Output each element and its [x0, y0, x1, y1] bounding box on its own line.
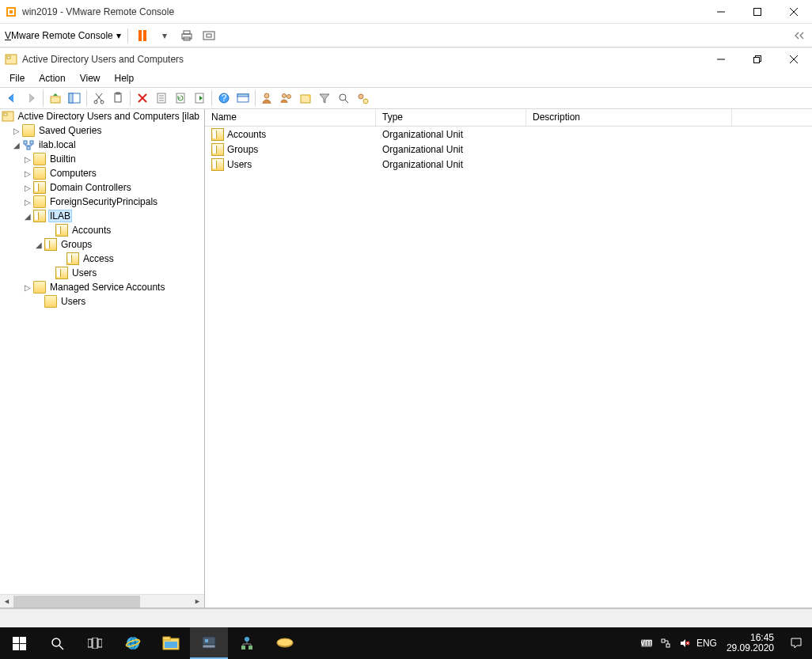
taskbar-server-manager[interactable] [190, 627, 228, 659]
list-item[interactable]: Accounts Organizational Unit [205, 127, 812, 142]
svg-rect-5 [207, 34, 211, 37]
expand-icon[interactable]: ▷ [22, 169, 33, 178]
forward-button[interactable] [22, 89, 40, 107]
tree-ilab-groups-access[interactable]: Access [0, 252, 204, 266]
expand-icon[interactable]: ▷ [22, 198, 33, 206]
expand-icon[interactable]: ▷ [22, 184, 33, 192]
close-button[interactable] [776, 0, 812, 24]
ad-restore-button[interactable] [739, 48, 776, 70]
tray-network-icon[interactable] [658, 636, 673, 650]
col-description[interactable]: Description [526, 109, 732, 126]
taskbar-ie[interactable] [114, 627, 152, 659]
scrollbar-thumb[interactable] [13, 596, 140, 608]
expand-icon[interactable]: ▷ [22, 283, 33, 292]
tree-domain[interactable]: ◢ ilab.local [0, 138, 204, 152]
vmware-titlebar: win2019 - VMware Remote Console [0, 0, 812, 24]
power-menu-button[interactable]: ▾ [157, 28, 173, 44]
svg-rect-41 [88, 639, 92, 647]
vmware-menu-button[interactable]: VMware Remote Console ▾ [5, 30, 121, 41]
tree-horizontal-scrollbar[interactable]: ◄ ► [0, 594, 204, 608]
tree-builtin[interactable]: ▷ Builtin [0, 152, 204, 166]
ad-split-area: Active Directory Users and Computers [il… [0, 109, 812, 608]
pause-button[interactable] [135, 28, 150, 44]
up-button[interactable] [47, 89, 64, 107]
find-button[interactable] [234, 89, 252, 107]
svg-rect-42 [93, 638, 97, 649]
ou-icon [211, 128, 224, 141]
menu-help[interactable]: Help [108, 71, 141, 85]
tree-root[interactable]: Active Directory Users and Computers [il… [0, 109, 204, 123]
add-to-group-button[interactable] [354, 89, 371, 107]
tray-language[interactable]: ENG [696, 636, 717, 650]
ad-close-button[interactable] [776, 48, 812, 70]
list-item[interactable]: Users Organizational Unit [205, 157, 812, 172]
tree-computers[interactable]: ▷ Computers [0, 166, 204, 180]
menu-action[interactable]: Action [32, 71, 71, 85]
tree-fsp[interactable]: ▷ ForeignSecurityPrincipals [0, 195, 204, 209]
col-name[interactable]: Name [205, 109, 376, 126]
filter-button[interactable] [316, 89, 333, 107]
minimize-button[interactable] [703, 0, 739, 24]
delete-button[interactable] [134, 89, 151, 107]
menu-view[interactable]: View [74, 71, 107, 85]
send-ctrl-alt-del-button[interactable] [179, 28, 195, 44]
taskbar-app[interactable] [266, 627, 304, 659]
svg-point-25 [283, 94, 286, 98]
svg-rect-60 [666, 644, 670, 647]
copy-button[interactable] [109, 89, 127, 107]
tray-volume-icon[interactable] [677, 636, 692, 650]
svg-rect-48 [165, 642, 177, 648]
notification-center-button[interactable] [780, 627, 812, 659]
list-item[interactable]: Groups Organizational Unit [205, 142, 812, 157]
tree-ilab-accounts[interactable]: Accounts [0, 223, 204, 237]
tree-ilab-users[interactable]: Users [0, 266, 204, 280]
task-view-button[interactable] [76, 627, 114, 659]
collapse-toolbar-button[interactable] [791, 28, 807, 44]
cut-button[interactable] [90, 89, 108, 107]
tray-vmtools-icon[interactable]: vm [639, 636, 654, 650]
svg-rect-16 [116, 93, 120, 94]
tree-saved-queries[interactable]: ▷ Saved Queries [0, 123, 204, 138]
scroll-right-icon[interactable]: ► [191, 597, 204, 605]
taskbar-aduc[interactable] [228, 627, 266, 659]
taskbar-explorer[interactable] [152, 627, 190, 659]
col-type[interactable]: Type [376, 109, 526, 126]
tree-msa[interactable]: ▷ Managed Service Accounts [0, 280, 204, 294]
show-hide-tree-button[interactable] [66, 89, 83, 107]
menu-file[interactable]: File [3, 71, 31, 85]
search-button[interactable] [38, 627, 76, 659]
list-body[interactable]: Accounts Organizational Unit Groups Orga… [205, 127, 812, 608]
start-button[interactable] [0, 627, 38, 659]
expand-icon[interactable]: ▷ [22, 155, 33, 164]
tree-domain-controllers[interactable]: ▷ Domain Controllers [0, 180, 204, 195]
tree-ilab[interactable]: ◢ ILAB [0, 209, 204, 223]
new-group-button[interactable] [278, 89, 295, 107]
tree-ilab-groups[interactable]: ◢ Groups [0, 237, 204, 252]
fullscreen-button[interactable] [201, 28, 217, 44]
separator [127, 28, 128, 43]
tree-root-label: Active Directory Users and Computers [il… [17, 111, 201, 122]
refresh-button[interactable] [172, 89, 189, 107]
expand-icon[interactable]: ▷ [11, 127, 22, 135]
tree[interactable]: Active Directory Users and Computers [il… [0, 109, 204, 309]
new-ou-button[interactable] [297, 89, 314, 107]
ad-minimize-button[interactable] [703, 48, 739, 70]
maximize-button[interactable] [739, 0, 776, 24]
collapse-icon[interactable]: ◢ [22, 212, 33, 221]
vmware-title: win2019 - VMware Remote Console [22, 6, 703, 17]
ad-title: Active Directory Users and Computers [22, 54, 703, 65]
ad-app-icon [5, 53, 17, 66]
scroll-left-icon[interactable]: ◄ [0, 597, 13, 605]
svg-rect-50 [203, 645, 215, 648]
search-button[interactable] [335, 89, 352, 107]
properties-button[interactable] [153, 89, 170, 107]
aduc-icon [238, 634, 256, 652]
collapse-icon[interactable]: ◢ [33, 240, 44, 249]
help-button[interactable]: ? [215, 89, 233, 107]
new-user-button[interactable] [259, 89, 276, 107]
tree-users[interactable]: Users [0, 294, 204, 309]
collapse-icon[interactable]: ◢ [11, 141, 22, 150]
taskbar-clock[interactable]: 16:45 29.09.2020 [720, 633, 780, 653]
export-button[interactable] [191, 89, 208, 107]
back-button[interactable] [3, 89, 21, 107]
